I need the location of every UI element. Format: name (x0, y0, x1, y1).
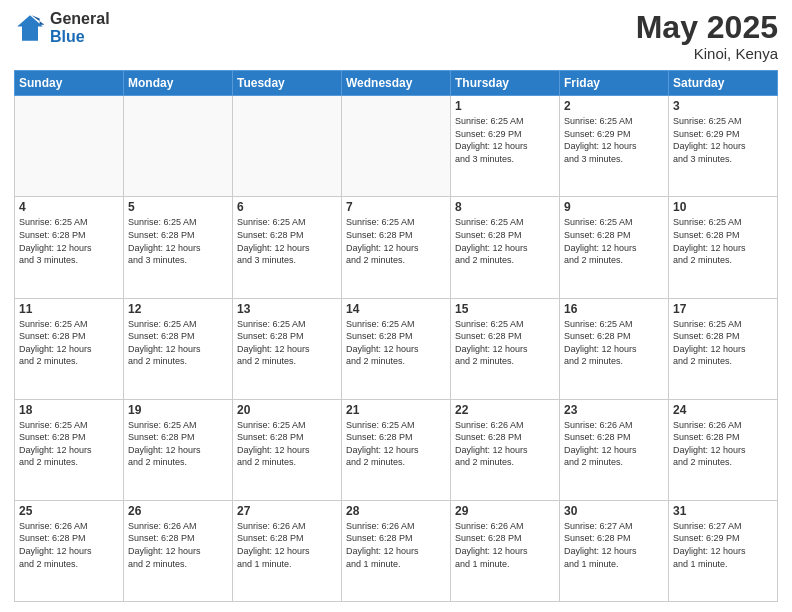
day-number: 24 (673, 403, 773, 417)
day-info: Sunrise: 6:27 AM Sunset: 6:29 PM Dayligh… (673, 520, 773, 570)
day-number: 17 (673, 302, 773, 316)
day-number: 4 (19, 200, 119, 214)
day-number: 28 (346, 504, 446, 518)
day-number: 26 (128, 504, 228, 518)
page: General Blue May 2025 Kinoi, Kenya Sunda… (0, 0, 792, 612)
calendar-cell (342, 96, 451, 197)
title-block: May 2025 Kinoi, Kenya (636, 10, 778, 62)
calendar-cell: 9Sunrise: 6:25 AM Sunset: 6:28 PM Daylig… (560, 197, 669, 298)
day-number: 14 (346, 302, 446, 316)
calendar-cell: 29Sunrise: 6:26 AM Sunset: 6:28 PM Dayli… (451, 500, 560, 601)
calendar-weekday-header: Friday (560, 71, 669, 96)
day-info: Sunrise: 6:26 AM Sunset: 6:28 PM Dayligh… (673, 419, 773, 469)
day-info: Sunrise: 6:25 AM Sunset: 6:28 PM Dayligh… (346, 318, 446, 368)
calendar-week-row: 11Sunrise: 6:25 AM Sunset: 6:28 PM Dayli… (15, 298, 778, 399)
day-info: Sunrise: 6:25 AM Sunset: 6:28 PM Dayligh… (346, 419, 446, 469)
logo-text: General Blue (50, 10, 110, 45)
header: General Blue May 2025 Kinoi, Kenya (14, 10, 778, 62)
calendar-cell: 27Sunrise: 6:26 AM Sunset: 6:28 PM Dayli… (233, 500, 342, 601)
day-info: Sunrise: 6:27 AM Sunset: 6:28 PM Dayligh… (564, 520, 664, 570)
main-title: May 2025 (636, 10, 778, 45)
day-info: Sunrise: 6:26 AM Sunset: 6:28 PM Dayligh… (564, 419, 664, 469)
logo-general-text: General (50, 10, 110, 28)
calendar-week-row: 25Sunrise: 6:26 AM Sunset: 6:28 PM Dayli… (15, 500, 778, 601)
day-info: Sunrise: 6:25 AM Sunset: 6:28 PM Dayligh… (237, 216, 337, 266)
day-info: Sunrise: 6:25 AM Sunset: 6:28 PM Dayligh… (19, 216, 119, 266)
calendar-cell: 19Sunrise: 6:25 AM Sunset: 6:28 PM Dayli… (124, 399, 233, 500)
calendar-cell: 3Sunrise: 6:25 AM Sunset: 6:29 PM Daylig… (669, 96, 778, 197)
day-info: Sunrise: 6:26 AM Sunset: 6:28 PM Dayligh… (455, 419, 555, 469)
calendar-cell: 11Sunrise: 6:25 AM Sunset: 6:28 PM Dayli… (15, 298, 124, 399)
day-number: 2 (564, 99, 664, 113)
day-info: Sunrise: 6:25 AM Sunset: 6:28 PM Dayligh… (128, 318, 228, 368)
day-number: 30 (564, 504, 664, 518)
day-info: Sunrise: 6:25 AM Sunset: 6:29 PM Dayligh… (564, 115, 664, 165)
day-info: Sunrise: 6:25 AM Sunset: 6:28 PM Dayligh… (673, 216, 773, 266)
day-info: Sunrise: 6:25 AM Sunset: 6:28 PM Dayligh… (564, 318, 664, 368)
subtitle: Kinoi, Kenya (636, 45, 778, 62)
day-info: Sunrise: 6:26 AM Sunset: 6:28 PM Dayligh… (237, 520, 337, 570)
day-number: 19 (128, 403, 228, 417)
calendar-cell: 30Sunrise: 6:27 AM Sunset: 6:28 PM Dayli… (560, 500, 669, 601)
day-number: 29 (455, 504, 555, 518)
calendar-cell: 22Sunrise: 6:26 AM Sunset: 6:28 PM Dayli… (451, 399, 560, 500)
day-number: 23 (564, 403, 664, 417)
calendar-week-row: 4Sunrise: 6:25 AM Sunset: 6:28 PM Daylig… (15, 197, 778, 298)
calendar-cell: 1Sunrise: 6:25 AM Sunset: 6:29 PM Daylig… (451, 96, 560, 197)
day-number: 6 (237, 200, 337, 214)
calendar-weekday-header: Thursday (451, 71, 560, 96)
calendar-cell: 23Sunrise: 6:26 AM Sunset: 6:28 PM Dayli… (560, 399, 669, 500)
day-info: Sunrise: 6:26 AM Sunset: 6:28 PM Dayligh… (346, 520, 446, 570)
day-number: 25 (19, 504, 119, 518)
day-number: 20 (237, 403, 337, 417)
day-number: 1 (455, 99, 555, 113)
calendar-cell (15, 96, 124, 197)
day-info: Sunrise: 6:25 AM Sunset: 6:28 PM Dayligh… (128, 419, 228, 469)
day-number: 9 (564, 200, 664, 214)
calendar-weekday-header: Tuesday (233, 71, 342, 96)
calendar-cell: 12Sunrise: 6:25 AM Sunset: 6:28 PM Dayli… (124, 298, 233, 399)
calendar-cell: 24Sunrise: 6:26 AM Sunset: 6:28 PM Dayli… (669, 399, 778, 500)
day-info: Sunrise: 6:25 AM Sunset: 6:29 PM Dayligh… (455, 115, 555, 165)
calendar-header-row: SundayMondayTuesdayWednesdayThursdayFrid… (15, 71, 778, 96)
calendar-cell: 14Sunrise: 6:25 AM Sunset: 6:28 PM Dayli… (342, 298, 451, 399)
day-number: 12 (128, 302, 228, 316)
calendar-cell: 10Sunrise: 6:25 AM Sunset: 6:28 PM Dayli… (669, 197, 778, 298)
calendar-cell: 18Sunrise: 6:25 AM Sunset: 6:28 PM Dayli… (15, 399, 124, 500)
calendar-week-row: 1Sunrise: 6:25 AM Sunset: 6:29 PM Daylig… (15, 96, 778, 197)
calendar-weekday-header: Monday (124, 71, 233, 96)
calendar-cell: 21Sunrise: 6:25 AM Sunset: 6:28 PM Dayli… (342, 399, 451, 500)
logo: General Blue (14, 10, 110, 45)
calendar-cell: 6Sunrise: 6:25 AM Sunset: 6:28 PM Daylig… (233, 197, 342, 298)
calendar-cell: 4Sunrise: 6:25 AM Sunset: 6:28 PM Daylig… (15, 197, 124, 298)
calendar-cell: 8Sunrise: 6:25 AM Sunset: 6:28 PM Daylig… (451, 197, 560, 298)
calendar-cell (233, 96, 342, 197)
day-number: 13 (237, 302, 337, 316)
calendar-cell: 17Sunrise: 6:25 AM Sunset: 6:28 PM Dayli… (669, 298, 778, 399)
day-info: Sunrise: 6:25 AM Sunset: 6:28 PM Dayligh… (237, 318, 337, 368)
day-info: Sunrise: 6:25 AM Sunset: 6:28 PM Dayligh… (455, 318, 555, 368)
day-info: Sunrise: 6:25 AM Sunset: 6:29 PM Dayligh… (673, 115, 773, 165)
calendar-week-row: 18Sunrise: 6:25 AM Sunset: 6:28 PM Dayli… (15, 399, 778, 500)
calendar-cell: 2Sunrise: 6:25 AM Sunset: 6:29 PM Daylig… (560, 96, 669, 197)
day-number: 8 (455, 200, 555, 214)
calendar-cell: 13Sunrise: 6:25 AM Sunset: 6:28 PM Dayli… (233, 298, 342, 399)
day-number: 5 (128, 200, 228, 214)
logo-blue-text: Blue (50, 28, 110, 46)
day-info: Sunrise: 6:26 AM Sunset: 6:28 PM Dayligh… (455, 520, 555, 570)
day-number: 31 (673, 504, 773, 518)
day-number: 7 (346, 200, 446, 214)
day-info: Sunrise: 6:25 AM Sunset: 6:28 PM Dayligh… (237, 419, 337, 469)
day-info: Sunrise: 6:25 AM Sunset: 6:28 PM Dayligh… (19, 318, 119, 368)
calendar-weekday-header: Wednesday (342, 71, 451, 96)
day-number: 18 (19, 403, 119, 417)
day-info: Sunrise: 6:26 AM Sunset: 6:28 PM Dayligh… (128, 520, 228, 570)
calendar-cell (124, 96, 233, 197)
day-info: Sunrise: 6:25 AM Sunset: 6:28 PM Dayligh… (346, 216, 446, 266)
calendar-cell: 15Sunrise: 6:25 AM Sunset: 6:28 PM Dayli… (451, 298, 560, 399)
calendar-cell: 5Sunrise: 6:25 AM Sunset: 6:28 PM Daylig… (124, 197, 233, 298)
day-number: 3 (673, 99, 773, 113)
day-number: 27 (237, 504, 337, 518)
calendar-weekday-header: Saturday (669, 71, 778, 96)
day-info: Sunrise: 6:25 AM Sunset: 6:28 PM Dayligh… (673, 318, 773, 368)
